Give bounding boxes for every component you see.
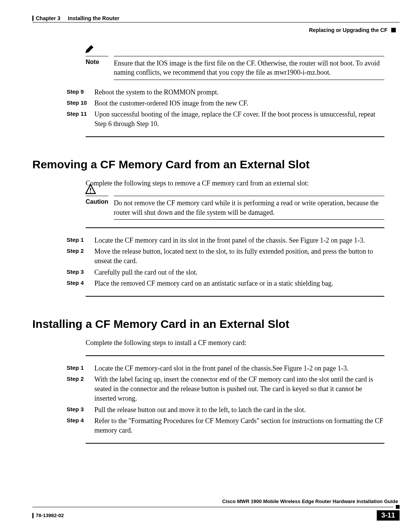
step-text: Locate the CF memory card in its slot in… [94,236,384,245]
step-label: Step 2 [67,375,88,382]
step-label: Step 9 [67,88,88,95]
header-divider [32,22,400,22]
step-row: Step 1 Locate the CF memory-card slot in… [67,364,384,373]
note-block: Note Ensure that the IOS image is the fi… [86,56,384,80]
section-rule [86,136,384,137]
page-number: 3-11 [377,510,400,521]
step-text: Upon successful booting of the image, re… [94,110,384,129]
chapter-number: Chapter 3 [36,15,61,21]
section-rule [86,296,384,297]
step-row: Step 2 With the label facing up, insert … [67,375,384,404]
step-text: Pull the release button out and move it … [94,405,384,415]
note-text: Ensure that the IOS image is the first f… [114,56,384,80]
footer-guide-title: Cisco MWR 1900 Mobile Wireless Edge Rout… [32,498,400,504]
section-title-install: Installing a CF Memory Card in an Extern… [32,318,384,331]
step-label: Step 4 [67,416,88,423]
caution-label: Caution [86,196,108,205]
section-rule [86,355,384,356]
step-text: With the label facing up, insert the con… [94,375,384,404]
step-row: Step 1 Locate the CF memory card in its … [67,236,384,245]
step-label: Step 1 [67,364,88,371]
step-label: Step 4 [67,279,88,286]
note-label: Note [86,56,108,66]
step-label: Step 1 [67,236,88,243]
step-text: Reboot the system to the ROMMON prompt. [94,88,384,97]
footer-doc-number: 78-13982-02 [36,513,64,518]
intro-remove: Complete the following steps to remove a… [86,179,384,187]
step-text: Refer to the "Formatting Procedures for … [94,416,384,435]
section-title-remove: Removing a CF Memory Card from an Extern… [32,158,384,171]
step-label: Step 10 [67,99,88,106]
step-row: Step 10 Boot the customer-ordered IOS im… [67,99,384,108]
step-label: Step 2 [67,247,88,254]
step-text: Locate the CF memory-card slot in the fr… [94,364,384,373]
chapter-header: Chapter 3 Installing the Router [32,15,400,21]
header-square-icon [391,28,396,32]
caution-warning-icon [85,184,96,197]
step-row: Step 11 Upon successful booting of the i… [67,110,384,129]
caution-block: Caution Do not remove the CF memory card… [86,196,384,220]
footer-square-icon [396,505,400,509]
step-text: Place the removed CF memory card on an a… [94,279,384,288]
section-title-header: Replacing or Upgrading the CF [309,27,387,33]
note-pencil-icon [84,44,95,56]
caution-text: Do not remove the CF memory card while i… [114,196,384,220]
step-text: Carefully pull the card out of the slot. [94,268,384,277]
step-row: Step 2 Move the release button, located … [67,247,384,266]
step-label: Step 3 [67,268,88,275]
step-row: Step 3 Pull the release button out and m… [67,405,384,415]
step-text: Boot the customer-ordered IOS image from… [94,99,384,108]
step-row: Step 3 Carefully pull the card out of th… [67,268,384,277]
step-label: Step 3 [67,405,88,412]
step-row: Step 4 Refer to the "Formatting Procedur… [67,416,384,435]
step-text: Move the release button, located next to… [94,247,384,266]
step-row: Step 4 Place the removed CF memory card … [67,279,384,288]
step-row: Step 9 Reboot the system to the ROMMON p… [67,88,384,97]
section-rule [86,227,384,228]
section-rule [86,443,384,444]
chapter-title: Installing the Router [68,15,119,21]
svg-rect-1 [90,192,91,193]
step-label: Step 11 [67,110,88,117]
svg-rect-0 [90,188,91,191]
intro-install: Complete the following steps to install … [86,339,384,347]
page-footer: Cisco MWR 1900 Mobile Wireless Edge Rout… [32,498,400,521]
